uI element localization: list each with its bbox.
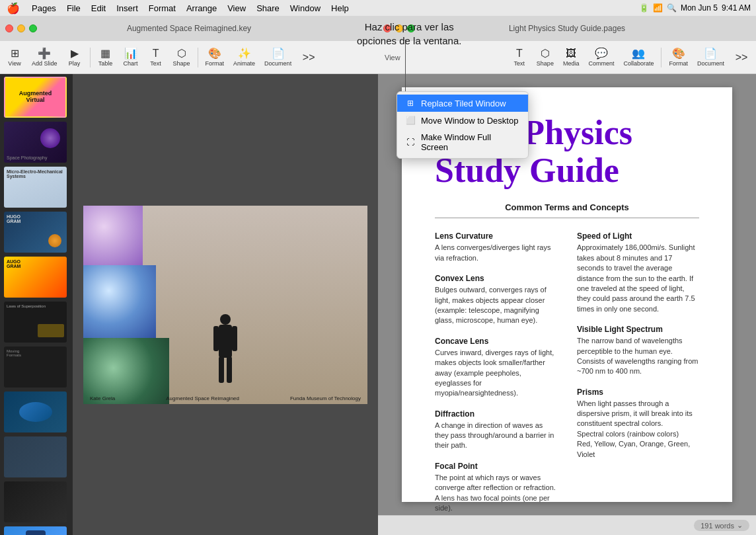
menubar-pages[interactable]: Pages	[26, 0, 61, 16]
ctx-item-replace-tiled[interactable]: ⊞ Replace Tiled Window	[397, 95, 528, 112]
menubar-arrange[interactable]: Arrange	[181, 0, 222, 16]
menubar-share[interactable]: Share	[251, 0, 285, 16]
slide-thumb-6[interactable]: Laws of Superposition	[4, 302, 67, 343]
ctx-item-move-desktop[interactable]: ⬜ Move Window to Desktop	[397, 112, 528, 129]
term-def-2: Bulges outward, converges rays of light,…	[435, 285, 557, 326]
ctx-item-label-1: Move Window to Desktop	[421, 116, 518, 126]
slide-thumb-5[interactable]: AUGOGRAM	[4, 257, 67, 298]
keynote-slides-sidebar: AugmentedVirtual Space Photography Micro…	[0, 74, 73, 535]
pages-toolbar-document[interactable]: 📄 Document	[693, 46, 728, 69]
slide-thumb-11[interactable]	[4, 526, 67, 535]
toolbar-separator-1	[90, 48, 91, 67]
menubar-window[interactable]: Window	[285, 0, 326, 16]
format-label: Format	[206, 60, 225, 67]
term-def-6: A change in direction of waves as they p…	[435, 421, 557, 451]
more-tools-icon: >>	[736, 52, 748, 63]
pages-close-button[interactable]	[383, 24, 391, 32]
toolbar-table[interactable]: ▦ Table	[94, 46, 118, 69]
slide-thumb-8[interactable]	[4, 391, 67, 432]
term-title-3: Visible Light Spectrum	[577, 325, 699, 334]
svg-rect-3	[232, 326, 237, 351]
term-title-6: Diffraction	[435, 409, 557, 419]
slide-thumb-10[interactable]	[4, 481, 67, 522]
menubar-help[interactable]: Help	[326, 0, 354, 16]
pages-toolbar-comment[interactable]: 💬 Comment	[584, 46, 618, 69]
shape-label: Shape	[173, 60, 190, 67]
slide-thumb-4[interactable]: HUGOGRAM	[4, 212, 67, 253]
term-title-1: Speed of Light	[577, 231, 699, 241]
toolbar-shape[interactable]: ⬡ Shape	[169, 46, 194, 69]
minimize-button[interactable]	[17, 24, 25, 32]
ctx-item-label-2: Make Window Full Screen	[421, 132, 520, 152]
toolbar-animate[interactable]: ✨ Animate	[229, 46, 259, 69]
term-visible-light: Visible Light Spectrum The narrow band o…	[577, 325, 699, 377]
toolbar-view[interactable]: ⊞ View	[3, 46, 26, 69]
toolbar-add-slide[interactable]: ➕ Add Slide	[28, 46, 61, 69]
pages-window-title: Light Physics Study Guide.pages	[509, 24, 625, 33]
toolbar-text[interactable]: T Text	[144, 46, 168, 69]
pages-titlebar: Light Physics Study Guide.pages	[378, 16, 756, 41]
document-tool-label: Document	[697, 60, 724, 67]
pages-toolbar: View T Text ⬡ Shape 🖼 Media 💬 Comment 👥 …	[378, 41, 756, 74]
slide-thumb-3[interactable]: Micro-Electro-Mechanical Systems	[4, 167, 67, 208]
term-prisms: Prisms When light passes through a dispe…	[577, 388, 699, 460]
close-button[interactable]	[5, 24, 13, 32]
menubar-view[interactable]: View	[222, 0, 251, 16]
search-icon[interactable]: 🔍	[667, 3, 677, 13]
pages-toolbar-collaborate[interactable]: 👥 Collaborate	[619, 46, 658, 69]
format-tool-icon: 🎨	[672, 48, 685, 59]
menubar-format[interactable]: Format	[143, 0, 181, 16]
pages-maximize-button[interactable]	[407, 24, 415, 32]
slide-content	[83, 206, 367, 404]
toolbar-play[interactable]: ▶ Play	[63, 46, 87, 69]
term-def-3: The narrow band of wavelengths perceptib…	[577, 336, 699, 377]
term-def-5: When light passes through a dispersive p…	[577, 399, 699, 460]
text-tool-icon: T	[516, 48, 523, 59]
doc-divider	[435, 218, 699, 218]
pages-toolbar-format[interactable]: 🎨 Format	[665, 46, 692, 69]
pages-toolbar-text[interactable]: T Text	[508, 46, 531, 69]
toolbar-format[interactable]: 🎨 Format	[202, 46, 229, 69]
term-title-7: Focal Point	[435, 462, 557, 471]
sphere-3	[83, 338, 169, 404]
ctx-item-label-0: Replace Tiled Window	[421, 99, 506, 108]
play-label: Play	[69, 60, 81, 67]
toolbar-document[interactable]: 📄 Document	[260, 46, 295, 69]
document-icon: 📄	[272, 48, 285, 59]
menubar-datetime: Mon Jun 5	[681, 3, 718, 13]
pages-minimize-button[interactable]	[395, 24, 403, 32]
full-screen-icon: ⛶	[405, 137, 416, 147]
slide-thumb-1[interactable]: AugmentedVirtual	[4, 77, 67, 118]
menubar-file[interactable]: File	[61, 0, 86, 16]
pages-toolbar-shape[interactable]: ⬡ Shape	[533, 46, 558, 69]
context-menu: ⊞ Replace Tiled Window ⬜ Move Window to …	[397, 91, 529, 159]
slide-thumb-2[interactable]: Space Photography	[4, 122, 67, 163]
pages-toolbar-more[interactable]: >>	[730, 50, 753, 65]
word-count-badge[interactable]: 191 words ⌄	[694, 520, 749, 531]
text-tool-label: Text	[514, 60, 525, 67]
traffic-lights	[5, 24, 37, 32]
sphere-1	[83, 206, 143, 265]
keynote-window-title: Augmented Space Reimagined.key	[127, 24, 251, 33]
menubar-edit[interactable]: Edit	[86, 0, 111, 16]
format-tool-label: Format	[669, 60, 688, 67]
document-label: Document	[264, 60, 291, 67]
toolbar-chart[interactable]: 📊 Chart	[119, 46, 143, 69]
pages-toolbar-media[interactable]: 🖼 Media	[559, 46, 584, 69]
slide-thumb-7[interactable]: MovingFormats	[4, 347, 67, 388]
main-slide: Kate Grela Augmented Space Reimagined Fu…	[83, 206, 367, 404]
apple-menu[interactable]: 🍎	[0, 0, 26, 16]
svg-rect-4	[219, 356, 224, 383]
document-tool-icon: 📄	[704, 48, 717, 59]
term-def-1: Approximately 186,000mi/s. Sunlight take…	[577, 243, 699, 314]
keynote-titlebar: Augmented Space Reimagined.key	[0, 16, 378, 41]
text-label: Text	[150, 60, 161, 67]
collaborate-tool-label: Collaborate	[623, 60, 654, 67]
slide-thumb-9[interactable]	[4, 436, 67, 477]
wifi-icon: 📶	[653, 3, 663, 13]
move-desktop-icon: ⬜	[405, 115, 416, 126]
ctx-item-full-screen[interactable]: ⛶ Make Window Full Screen	[397, 129, 528, 155]
toolbar-more[interactable]: >>	[297, 50, 321, 65]
menubar-insert[interactable]: Insert	[111, 0, 143, 16]
maximize-button[interactable]	[29, 24, 37, 32]
